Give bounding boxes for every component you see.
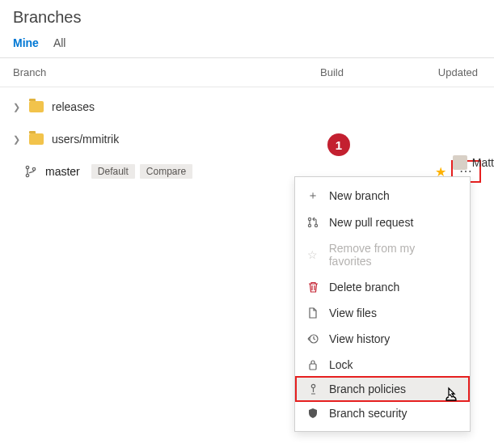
branch-icon [24,165,37,178]
menu-label: Remove from my favorites [329,242,458,268]
plus-icon: ＋ [306,188,319,203]
col-branch: Branch [13,66,320,78]
avatar [453,155,467,170]
menu-view-history[interactable]: View history [295,326,470,352]
trash-icon [306,281,319,293]
page-title: Branches [0,0,494,32]
branch-label: master [45,165,80,178]
star-outline-icon: ☆ [306,248,319,261]
history-icon [306,333,319,344]
svg-point-8 [311,384,315,387]
menu-lock[interactable]: Lock [295,352,470,378]
menu-branch-security[interactable]: Branch security [295,400,470,426]
col-build: Build [320,66,417,78]
svg-rect-7 [310,364,316,370]
svg-point-3 [308,218,310,220]
shield-icon [306,408,319,419]
menu-new-pull-request[interactable]: New pull request [295,209,470,235]
updated-cell: Matt [445,155,494,170]
tabs: Mine All [0,32,494,58]
svg-point-0 [26,166,28,168]
lock-icon [306,359,319,370]
file-icon [306,307,319,319]
menu-view-files[interactable]: View files [295,300,470,326]
menu-label: Branch policies [329,382,406,395]
tab-all[interactable]: All [53,32,66,57]
folder-label: releases [52,100,95,113]
svg-point-5 [315,224,317,226]
menu-new-branch[interactable]: ＋ New branch [295,182,470,209]
context-menu: ＋ New branch New pull request ☆ Remove f… [294,176,471,432]
policy-icon [306,383,319,395]
menu-label: Branch security [329,407,407,420]
folder-label: users/mmitrik [52,133,119,146]
svg-point-2 [32,167,35,170]
badge-default: Default [91,164,135,179]
badge-compare: Compare [140,164,192,179]
callout-1: 1 [327,133,350,156]
svg-point-4 [308,224,310,226]
chevron-right-icon: ❯ [13,134,24,145]
menu-remove-favorite: ☆ Remove from my favorites [295,235,470,274]
folder-row-releases[interactable]: ❯ releases [0,91,494,123]
table-header: Branch Build Updated [0,58,494,87]
chevron-right-icon: ❯ [13,102,24,112]
menu-delete-branch[interactable]: Delete branch [295,274,470,300]
svg-point-1 [26,174,28,176]
menu-label: Lock [329,358,353,371]
pull-request-icon [306,217,319,228]
menu-label: View history [329,332,390,345]
menu-branch-policies[interactable]: Branch policies [295,376,470,402]
author-name: Matt [472,156,494,169]
tab-mine[interactable]: Mine [13,32,39,57]
menu-label: New branch [329,189,390,202]
folder-row-users[interactable]: ❯ users/mmitrik [0,123,494,155]
menu-label: Delete branch [329,281,399,294]
branch-rows: ❯ releases ❯ users/mmitrik master Defaul… [0,87,494,188]
menu-label: View files [329,306,377,319]
folder-icon [29,101,44,112]
col-updated: Updated [417,66,481,78]
menu-label: New pull request [329,216,413,229]
folder-icon [29,133,44,145]
